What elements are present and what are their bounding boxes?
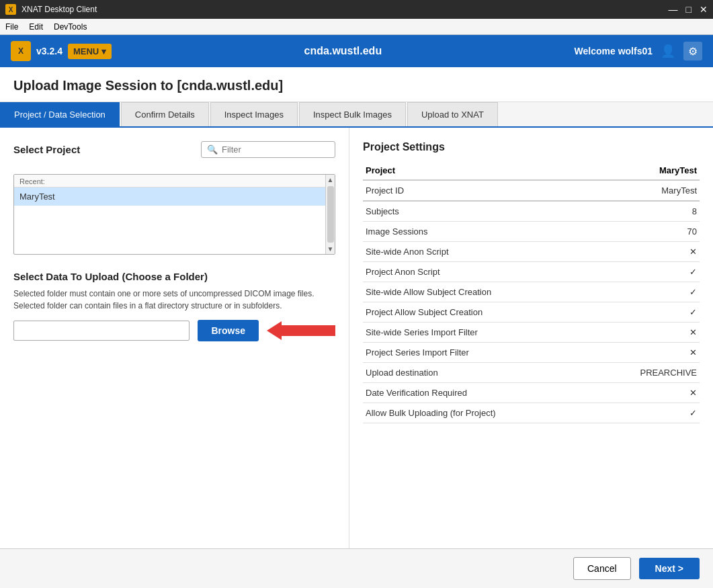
settings-row-label: Project Anon Script [363,262,593,282]
settings-row: Subjects8 [363,201,700,222]
nav-bar: X v3.2.4 MENU ▾ cnda.wustl.edu Welcome w… [0,35,713,67]
footer: Cancel Next > [0,548,713,588]
settings-row: Allow Bulk Uploading (for Project)✓ [363,403,700,423]
browse-button[interactable]: Browse [198,320,259,341]
settings-row-value: ✕ [593,323,700,343]
col-header-project: Project [363,161,593,180]
filter-search-icon: 🔍 [207,144,218,155]
maximize-button[interactable]: □ [686,4,691,15]
arrow-head-icon [267,321,282,340]
window-controls[interactable]: — □ ✕ [669,4,708,15]
nav-logo: X [11,41,31,61]
settings-row: Project Allow Subject Creation✓ [363,302,700,323]
select-project-header: Select Project 🔍 [13,141,335,158]
select-data-desc: Selected folder must contain one or more… [13,288,335,312]
settings-row-value: PREARCHIVE [593,363,700,383]
settings-row-value: MaryTest [593,180,700,201]
select-data-title: Select Data To Upload (Choose a Folder) [13,271,335,282]
title-bar: X XNAT Desktop Client — □ ✕ [0,0,713,19]
settings-row-label: Date Verification Required [363,383,593,403]
content-area: Select Project 🔍 Recent: MaryTest ▲ ▼ Se… [0,128,713,548]
tab-upload-xnat[interactable]: Upload to XNAT [407,102,498,126]
recent-label: Recent: [14,175,335,187]
tab-inspect-images[interactable]: Inspect Images [210,102,298,126]
settings-row: Project IDMaryTest [363,180,700,201]
nav-right: Welcome wolfs01 👤 ⚙ [575,42,702,60]
scrollbar[interactable]: ▲ ▼ [325,175,335,254]
settings-row-value: ✕ [593,383,700,403]
settings-row: Site-wide Anon Script✕ [363,242,700,262]
title-bar-text: XNAT Desktop Client [22,5,663,14]
settings-row-label: Image Sessions [363,222,593,242]
nav-left: X v3.2.4 MENU ▾ [11,41,112,61]
scroll-thumb[interactable] [327,186,334,243]
settings-row-value: ✓ [593,262,700,282]
settings-row-label: Project Series Import Filter [363,343,593,363]
menu-bar: File Edit DevTools [0,19,713,35]
tab-confirm-details[interactable]: Confirm Details [121,102,209,126]
next-button[interactable]: Next > [639,558,700,579]
arrow-indicator [267,321,335,340]
settings-row-label: Project Allow Subject Creation [363,302,593,323]
tab-project-data[interactable]: Project / Data Selection [0,102,120,126]
settings-row: Upload destinationPREARCHIVE [363,363,700,383]
nav-version: v3.2.4 [36,46,62,56]
settings-row: Date Verification Required✕ [363,383,700,403]
arrow-body [282,325,335,336]
settings-table-header: Project MaryTest [363,161,700,180]
browse-path-input[interactable] [13,321,190,341]
nav-menu-button[interactable]: MENU ▾ [68,44,112,59]
right-panel: Project Settings Project MaryTest Projec… [349,128,713,548]
settings-row-value: ✕ [593,343,700,363]
settings-row: Site-wide Allow Subject Creation✓ [363,282,700,302]
settings-row-label: Upload destination [363,363,593,383]
settings-row-label: Site-wide Allow Subject Creation [363,282,593,302]
settings-row-value: ✓ [593,403,700,423]
settings-row: Site-wide Series Import Filter✕ [363,323,700,343]
settings-row-value: ✓ [593,282,700,302]
list-item[interactable]: MaryTest [14,187,335,206]
cancel-button[interactable]: Cancel [573,557,631,580]
settings-row-label: Project ID [363,180,593,201]
scroll-down-icon[interactable]: ▼ [326,244,335,254]
select-project-label: Select Project [13,144,80,155]
app-icon: X [5,4,16,15]
settings-row-value: 70 [593,222,700,242]
project-settings-title: Project Settings [363,141,700,153]
scroll-up-icon[interactable]: ▲ [326,175,335,185]
settings-row: Image Sessions70 [363,222,700,242]
project-list: Recent: MaryTest ▲ ▼ [13,174,335,255]
filter-input-container[interactable]: 🔍 [201,141,335,158]
devtools-menu[interactable]: DevTools [54,22,87,32]
settings-row-label: Allow Bulk Uploading (for Project) [363,403,593,423]
user-icon: 👤 [661,44,675,58]
settings-row-value: ✕ [593,242,700,262]
settings-row-label: Subjects [363,201,593,222]
settings-row: Project Series Import Filter✕ [363,343,700,363]
settings-row-value: 8 [593,201,700,222]
settings-row-value: ✓ [593,302,700,323]
settings-table: Project MaryTest Project IDMaryTestSubje… [363,161,700,423]
nav-server-url: cnda.wustl.edu [304,45,382,57]
edit-menu[interactable]: Edit [29,22,43,32]
main-window: Upload Image Session to [cnda.wustl.edu]… [0,67,713,588]
settings-row: Project Anon Script✓ [363,262,700,282]
chevron-down-icon: ▾ [101,46,106,56]
tab-inspect-bulk[interactable]: Inspect Bulk Images [299,102,406,126]
select-data-section: Select Data To Upload (Choose a Folder) … [13,271,335,341]
settings-row-label: Site-wide Anon Script [363,242,593,262]
nav-welcome-text: Welcome wolfs01 [575,46,653,56]
settings-gear-button[interactable]: ⚙ [683,42,702,60]
filter-input[interactable] [222,144,329,155]
tab-bar: Project / Data Selection Confirm Details… [0,102,713,128]
settings-row-label: Site-wide Series Import Filter [363,323,593,343]
close-button[interactable]: ✕ [700,4,708,15]
file-menu[interactable]: File [5,22,18,32]
col-header-value: MaryTest [593,161,700,180]
page-title: Upload Image Session to [cnda.wustl.edu] [0,67,713,102]
left-panel: Select Project 🔍 Recent: MaryTest ▲ ▼ Se… [0,128,349,548]
browse-row: Browse [13,320,335,341]
minimize-button[interactable]: — [669,4,678,15]
